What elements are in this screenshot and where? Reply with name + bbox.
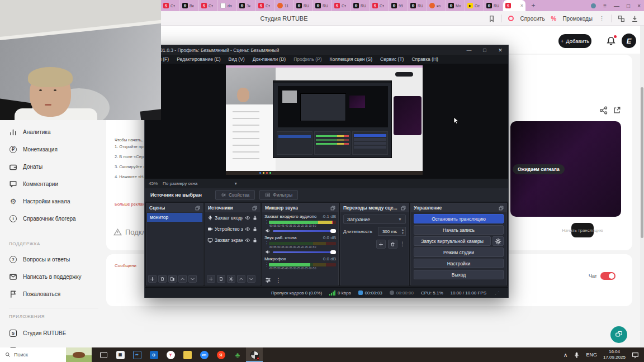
gearS-button[interactable] xyxy=(227,275,235,283)
sidebar-item-analytics[interactable]: Аналитика xyxy=(9,126,104,137)
sidebar-item-gear[interactable]: ⚙Настройки канала xyxy=(9,196,104,207)
taskbar-icon-store[interactable]: ▦ xyxy=(112,347,129,362)
tab-close-icon[interactable]: × xyxy=(520,3,523,8)
popout-icon[interactable] xyxy=(195,206,200,211)
up-button[interactable] xyxy=(237,275,245,283)
browser-tab[interactable]: dn xyxy=(218,0,237,11)
tray-chevron-icon[interactable]: ∧ xyxy=(564,352,567,358)
taskbar-icon-outlook[interactable]: O xyxy=(145,347,162,362)
eye-icon[interactable] xyxy=(245,215,250,221)
taskbar-icon-tree[interactable]: ♣ xyxy=(229,347,246,362)
tray-mic-icon[interactable] xyxy=(574,352,580,358)
taskbar-icon-yandex[interactable]: Я xyxy=(212,347,229,362)
control-button[interactable]: Режим студии xyxy=(414,247,504,257)
obs-title-bar[interactable]: OBS 31.0.3 - Профиль: Безымянный - Сцены… xyxy=(145,45,508,55)
browser-tab[interactable]: 11 xyxy=(275,0,294,11)
language-indicator[interactable]: ENG xyxy=(586,352,597,358)
browser-menu-icon[interactable]: ≡ xyxy=(603,3,607,9)
minimize-icon[interactable]: — xyxy=(614,3,619,9)
obs-menu-item[interactable]: Коллекция сцен (S) xyxy=(326,56,377,62)
sidebar-item-mail[interactable]: Написать в поддержку xyxy=(9,271,104,282)
sidebar-item-ruble[interactable]: ₽Монетизация xyxy=(9,144,104,155)
browser-tab[interactable]: SСт xyxy=(199,0,218,11)
profile-avatar-dot[interactable] xyxy=(591,3,596,8)
dots-menu-icon[interactable]: ⋮ xyxy=(264,241,269,245)
control-button[interactable]: Запуск виртуальной камеры xyxy=(414,236,491,246)
browser-tab[interactable]: RЗк xyxy=(237,0,256,11)
taskbar-icon-snip[interactable]: ➦ xyxy=(129,347,145,362)
popout-icon[interactable] xyxy=(401,206,406,211)
copy-button[interactable] xyxy=(168,275,177,283)
browser-tab[interactable]: ко xyxy=(427,0,446,11)
more-link[interactable]: Больше реклам xyxy=(115,202,144,207)
minimize-icon[interactable]: — xyxy=(461,45,477,55)
add-button[interactable]: +Добавить xyxy=(558,34,591,48)
share-icon[interactable] xyxy=(599,106,608,115)
properties-button[interactable]: Свойства xyxy=(215,190,255,200)
obs-menu-item[interactable]: Профиль (P) xyxy=(290,56,325,62)
browser-tab[interactable]: SСт xyxy=(370,0,389,11)
start-stream-button[interactable]: Начать трансляцию xyxy=(571,223,594,237)
sidebar-item-flag[interactable]: Пожаловаться xyxy=(9,288,104,299)
trash-button[interactable] xyxy=(388,240,397,249)
resize-grip[interactable]: ⋰ xyxy=(495,290,499,296)
filters-button[interactable]: Фильтры xyxy=(259,190,298,200)
browser-tab[interactable]: RRU xyxy=(351,0,370,11)
virtual-camera-settings-button[interactable] xyxy=(493,236,504,246)
new-tab-button[interactable]: + xyxy=(528,1,538,11)
lock-icon[interactable] xyxy=(252,226,258,232)
transition-type-dropdown[interactable]: Затухание▼ xyxy=(343,215,406,224)
down-button[interactable] xyxy=(247,275,255,283)
taskbar-icon-yandex-browser[interactable]: Y xyxy=(162,347,179,362)
obs-preview-area[interactable] xyxy=(145,64,508,178)
eye-icon[interactable] xyxy=(245,226,250,232)
more-icon[interactable]: ⋮ xyxy=(599,16,605,22)
browser-tab[interactable]: RRU xyxy=(294,0,313,11)
duration-spinner[interactable]: 300 ms▲▼ xyxy=(378,227,406,236)
browser-tab[interactable]: R99 xyxy=(389,0,408,11)
spin-up-icon[interactable]: ▲ xyxy=(401,228,404,231)
promo-button[interactable]: Промокоды xyxy=(562,16,593,22)
popout-icon[interactable] xyxy=(330,206,335,211)
source-item-camera[interactable]: Устройство за xyxy=(205,223,260,235)
dots-menu-icon[interactable]: ⋮ xyxy=(400,241,405,247)
control-button[interactable]: Остановить трансляцию xyxy=(414,214,504,223)
plus-button[interactable] xyxy=(376,240,386,249)
taskbar-clock[interactable]: 16:0417.09.2025 xyxy=(603,349,626,360)
eye-icon[interactable] xyxy=(245,237,250,243)
fit-dropdown[interactable]: По размеру окна xyxy=(163,181,197,186)
volume-slider[interactable] xyxy=(273,230,336,232)
lock-icon[interactable] xyxy=(252,237,258,243)
browser-tab[interactable]: SСт xyxy=(332,0,351,11)
trash-button[interactable] xyxy=(217,275,225,283)
obs-menu-item[interactable]: Вид (V) xyxy=(225,56,249,62)
page-scrollbar[interactable] xyxy=(640,26,644,347)
dots-menu-icon[interactable]: ⋮ xyxy=(276,278,281,283)
notifications-bell-icon[interactable] xyxy=(606,36,616,46)
obs-menu-item[interactable]: Редактирование (E) xyxy=(173,56,224,62)
ask-button[interactable]: Спросить xyxy=(520,16,544,22)
taskbar-icon-task-view[interactable] xyxy=(95,347,112,362)
taskbar-icon-zoom-app[interactable]: zm xyxy=(196,347,212,362)
popout-icon[interactable] xyxy=(499,206,504,211)
ask-icon[interactable] xyxy=(508,16,514,21)
browser-tab[interactable]: SСт xyxy=(161,0,180,11)
news-widget-thumbnail[interactable] xyxy=(66,347,92,362)
browser-tab[interactable]: ▶Ос xyxy=(465,0,484,11)
close-icon[interactable]: × xyxy=(637,3,641,9)
download-icon[interactable] xyxy=(631,15,638,22)
obs-menu-item[interactable]: Док-панели (D) xyxy=(249,56,290,62)
obs-menu-item[interactable]: Сервис (T) xyxy=(376,56,408,62)
taskbar-icon-folder[interactable] xyxy=(179,347,196,362)
popout-icon[interactable] xyxy=(252,206,257,211)
browser-tab[interactable]: RМо xyxy=(446,0,465,11)
action-center-icon[interactable] xyxy=(632,351,639,359)
taskbar-icon-obs[interactable] xyxy=(246,347,263,362)
browser-tab[interactable]: RВк xyxy=(180,0,199,11)
chat-toggle[interactable] xyxy=(600,272,615,280)
restore-icon[interactable]: □ xyxy=(627,3,630,9)
close-icon[interactable]: ✕ xyxy=(493,45,508,55)
lock-icon[interactable] xyxy=(252,215,258,221)
scene-item[interactable]: монитор xyxy=(147,213,202,222)
restore-icon[interactable]: □ xyxy=(477,45,493,55)
